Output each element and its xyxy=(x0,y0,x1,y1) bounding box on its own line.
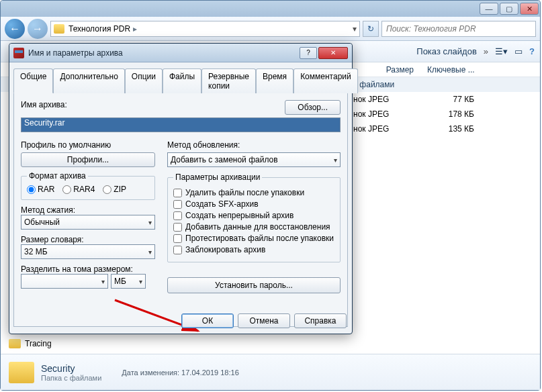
tab-row: Общие Дополнительно Опции Файлы Резервны… xyxy=(13,68,348,93)
archive-name-input[interactable]: Security.rar xyxy=(21,117,341,132)
chevron-down-icon[interactable]: ▾ xyxy=(353,24,357,34)
archive-name-label: Имя архива: xyxy=(21,100,285,109)
archive-params-group: Параметры архивации Удалить файлы после … xyxy=(167,173,341,262)
tab-comment[interactable]: Комментарий xyxy=(293,68,358,93)
folder-icon xyxy=(9,362,34,383)
format-zip-radio[interactable]: ZIP xyxy=(103,185,126,194)
dialog-footer: ОК Отмена Справка xyxy=(181,313,347,328)
chevron-right-icon[interactable]: » xyxy=(484,46,488,56)
volume-label: Разделить на тома размером: xyxy=(21,264,155,274)
details-pane: Security Папка с файлами Дата изменения:… xyxy=(1,354,540,390)
dict-label: Размер словаря: xyxy=(21,235,155,244)
sidebar-item-tracing[interactable]: Tracing xyxy=(9,339,52,348)
update-method-combo[interactable]: Добавить с заменой файлов xyxy=(167,152,341,167)
format-rar-radio[interactable]: RAR xyxy=(27,185,54,194)
check-lock[interactable]: Заблокировать архив xyxy=(173,245,334,254)
dialog-titlebar[interactable]: Имя и параметры архива ? ✕ xyxy=(9,44,352,62)
preview-pane-button[interactable]: ▭ xyxy=(514,46,523,56)
view-options-button[interactable]: ☰▾ xyxy=(495,46,508,56)
dialog-title: Имя и параметры архива xyxy=(28,48,300,58)
set-password-button[interactable]: Установить пароль... xyxy=(167,277,341,293)
help-icon: ? xyxy=(529,46,535,56)
compress-label: Метод сжатия: xyxy=(21,205,155,215)
close-button[interactable]: ✕ xyxy=(520,3,539,15)
volume-size-combo[interactable] xyxy=(21,274,108,289)
compress-combo[interactable]: Обычный xyxy=(21,215,155,230)
archive-parameters-dialog: Имя и параметры архива ? ✕ Общие Дополни… xyxy=(9,43,353,334)
browse-button[interactable]: Обзор... xyxy=(285,100,341,115)
panel-icon: ▭ xyxy=(514,46,523,56)
maximize-button[interactable]: ▢ xyxy=(500,3,518,15)
format-rar4-radio[interactable]: RAR4 xyxy=(62,185,95,194)
folder-icon xyxy=(9,339,21,348)
volume-unit-combo[interactable]: МБ xyxy=(111,274,146,289)
breadcrumb[interactable]: Технология PDR ▸ ▾ xyxy=(50,21,360,37)
profiles-button[interactable]: Профили... xyxy=(21,152,155,167)
folder-icon xyxy=(54,24,64,34)
tab-panel-general: Имя архива: Обзор... Security.rar Профил… xyxy=(13,93,348,327)
check-delete-after[interactable]: Удалить файлы после упаковки xyxy=(173,188,334,197)
default-profile-label: Профиль по умолчанию xyxy=(21,140,155,150)
forward-button[interactable]: → xyxy=(28,19,48,39)
slideshow-button[interactable]: Показ слайдов xyxy=(416,46,477,56)
search-input[interactable] xyxy=(381,21,536,37)
breadcrumb-label: Технология PDR xyxy=(69,24,130,34)
cancel-button[interactable]: Отмена xyxy=(238,313,290,328)
tab-general[interactable]: Общие xyxy=(13,68,53,93)
update-method-label: Метод обновления: xyxy=(167,140,341,150)
check-sfx[interactable]: Создать SFX-архив xyxy=(173,199,334,209)
selection-date: Дата изменения: 17.04.2019 18:16 xyxy=(122,369,238,377)
dialog-close-button[interactable]: ✕ xyxy=(318,47,348,59)
check-recovery[interactable]: Добавить данные для восстановления xyxy=(173,222,334,232)
tab-advanced[interactable]: Дополнительно xyxy=(53,68,124,93)
list-icon: ☰▾ xyxy=(495,46,508,56)
tab-files[interactable]: Файлы xyxy=(163,68,201,93)
selection-name: Security xyxy=(41,363,101,374)
column-size[interactable]: Размер xyxy=(353,62,427,77)
refresh-button[interactable]: ↻ xyxy=(363,21,379,37)
check-solid[interactable]: Создать непрерывный архив xyxy=(173,211,334,220)
help-button[interactable]: ? xyxy=(529,46,535,56)
selection-type: Папка с файлами xyxy=(41,374,101,382)
explorer-titlebar: — ▢ ✕ xyxy=(1,1,540,17)
column-keywords[interactable]: Ключевые ... xyxy=(427,62,501,77)
chevron-right-icon: ▸ xyxy=(133,24,137,34)
dict-combo[interactable]: 32 МБ xyxy=(21,244,155,259)
ok-button[interactable]: ОК xyxy=(181,313,234,328)
tab-time[interactable]: Время xyxy=(256,68,293,93)
tab-options[interactable]: Опции xyxy=(125,68,163,93)
help-button[interactable]: Справка xyxy=(294,313,347,328)
nav-bar: ← → Технология PDR ▸ ▾ ↻ xyxy=(1,17,540,41)
tab-backup[interactable]: Резервные копии xyxy=(201,68,256,93)
minimize-button[interactable]: — xyxy=(480,3,498,15)
archive-format-group: Формат архива RAR RAR4 ZIP xyxy=(21,171,155,200)
dialog-help-button[interactable]: ? xyxy=(300,47,317,59)
back-button[interactable]: ← xyxy=(5,19,25,39)
winrar-icon xyxy=(13,48,24,58)
check-test[interactable]: Протестировать файлы после упаковки xyxy=(173,234,334,243)
